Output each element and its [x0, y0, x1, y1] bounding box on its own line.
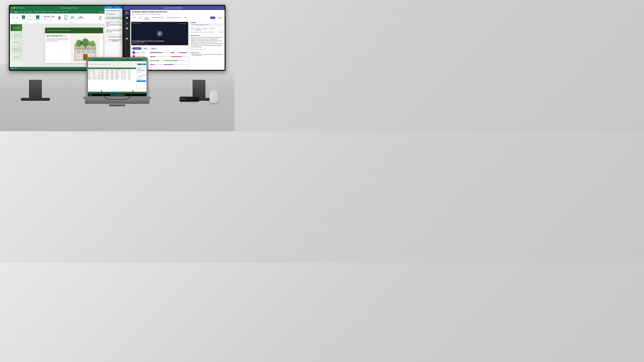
- undo-btn[interactable]: ↩: [12, 14, 15, 22]
- tab-whiteboard[interactable]: Meeting Whiteboard: [151, 16, 164, 19]
- menu-transitions[interactable]: Transitions: [33, 11, 40, 12]
- excel-menu-draw[interactable]: Draw: [94, 64, 96, 65]
- shape-fill-btn[interactable]: Shape Fill: [69, 14, 76, 22]
- topics-tab[interactable]: Topics: [142, 47, 148, 50]
- ppt-maximize-btn[interactable]: [16, 7, 18, 9]
- excel-menu-home[interactable]: Home: [90, 64, 92, 65]
- new-slide-btn[interactable]: + New Slide: [34, 14, 41, 22]
- paste-btn[interactable]: P Paste: [21, 14, 26, 22]
- arrange-btn[interactable]: Arrange: [63, 14, 69, 22]
- video-play-btn[interactable]: ▶: [157, 31, 162, 36]
- excel-window-btn-1[interactable]: [143, 59, 144, 60]
- sidebar-icon-chat[interactable]: 💬: [125, 16, 129, 20]
- excel-menu-insert[interactable]: Insert: [92, 64, 94, 65]
- speakers-tab[interactable]: 🎙 Speakers: [132, 47, 142, 50]
- excel-menu-data[interactable]: Data: [103, 64, 105, 65]
- apply-style-btn[interactable]: Apply a modern style to the presentation: [105, 39, 125, 42]
- shape-outline-btn[interactable]: Shape Outline: [76, 14, 85, 22]
- dock-port-3[interactable]: [184, 98, 186, 100]
- excel-share-btn[interactable]: Share: [142, 63, 146, 65]
- menu-design[interactable]: Design: [28, 11, 32, 12]
- mentions-tab[interactable]: Mentions: [202, 27, 208, 30]
- table-row[interactable]: IndonesiaJawa TimurMorganHealthcare8/1/2…: [88, 79, 136, 80]
- copy-all-btn[interactable]: Copy all: [220, 31, 223, 33]
- slide-thumb-4[interactable]: 4 Interior Furniture: [10, 46, 22, 53]
- tab-chat[interactable]: Chat: [132, 16, 136, 19]
- close-btn[interactable]: Close: [217, 16, 223, 19]
- teams-video-player[interactable]: Microsoft Teams ▶ Sustainable Upgrade: R…: [131, 22, 188, 45]
- tab-add[interactable]: +: [189, 16, 192, 19]
- excel-menu-review[interactable]: Review: [105, 64, 107, 65]
- excel-copilot-btn[interactable]: ✦ Copilot: [138, 63, 142, 65]
- dock-port-1[interactable]: [181, 98, 182, 100]
- ppt-minimize-btn[interactable]: [14, 7, 15, 9]
- italic-btn[interactable]: I: [46, 18, 49, 20]
- menu-help[interactable]: Help: [66, 11, 68, 12]
- notes-tab[interactable]: Notes: [190, 27, 195, 30]
- slide-thumb-1[interactable]: 1 Rooftop Garden & Community Space: [10, 24, 22, 31]
- font-family-select[interactable]: Aptos: [43, 15, 50, 18]
- cut-btn[interactable]: ✂ Cut: [26, 14, 32, 18]
- join-btn[interactable]: Join: [210, 16, 215, 19]
- dictate-btn[interactable]: 🎤 Dictate: [98, 14, 103, 22]
- microsoft-mouse[interactable]: ⊞: [210, 90, 218, 103]
- menu-slideshow[interactable]: Slide Show: [48, 11, 55, 12]
- slides-panel[interactable]: 1 Rooftop Garden & Community Space 2 Con…: [10, 24, 23, 67]
- teams-search-input[interactable]: [163, 7, 182, 9]
- thumbs-down-icon[interactable]: 👎: [204, 49, 206, 50]
- tab-recordings[interactable]: Recordings & Transcripts: [166, 16, 182, 19]
- slide-thumb-2[interactable]: 2 Concept 01: [10, 31, 22, 38]
- mouse-scroll-wheel[interactable]: [213, 91, 214, 93]
- sidebar-icon-files[interactable]: 📁: [125, 37, 129, 40]
- sidebar-icon-calls[interactable]: 📞: [125, 31, 129, 35]
- copy-btn[interactable]: ⧉ Copy: [26, 18, 32, 21]
- excel-spreadsheet[interactable]: Country Region Rep Market Order Date Shi…: [88, 67, 136, 92]
- taskbar-start[interactable]: ⊞: [88, 94, 90, 96]
- ppt-close-btn[interactable]: [11, 7, 13, 9]
- laptop-trackpad[interactable]: [109, 104, 125, 106]
- menu-home[interactable]: Home: [14, 11, 18, 12]
- taskbar-search[interactable]: 🔍: [90, 94, 92, 96]
- bold-btn[interactable]: B: [43, 18, 46, 20]
- excel-menu-file[interactable]: File: [88, 64, 90, 65]
- tab-recap[interactable]: Recap: [144, 16, 150, 19]
- menu-insert[interactable]: Insert: [19, 11, 22, 12]
- thumbs-up-icon[interactable]: 👍: [202, 49, 204, 50]
- add-animations-btn[interactable]: Add animations to this slide: [105, 35, 125, 38]
- redo-btn[interactable]: ↪: [15, 14, 19, 22]
- slide-thumb-3[interactable]: 3 Rooftop Garden: [10, 39, 22, 45]
- slide-thumb-5[interactable]: 5 Solar Power: [10, 53, 22, 60]
- transcript-tab[interactable]: Transcript: [208, 27, 216, 30]
- excel-menu-help[interactable]: Help: [109, 64, 110, 65]
- excel-minimize-btn[interactable]: [90, 59, 91, 60]
- dock-port-2[interactable]: [182, 98, 184, 100]
- excel-window-btn-2[interactable]: [144, 59, 145, 60]
- sidebar-icon-teams2[interactable]: 👥: [125, 21, 129, 25]
- chapters-tab[interactable]: Chapters: [150, 47, 157, 50]
- menu-file[interactable]: File: [11, 11, 13, 12]
- excel-menu-page[interactable]: Page Layout: [96, 64, 100, 65]
- menu-animations[interactable]: Animations: [41, 11, 47, 12]
- open-in-stream-link[interactable]: 🔗 Open in Stream: [151, 13, 161, 15]
- shapes-btn[interactable]: Shapes: [57, 14, 62, 22]
- ai-notes-tab[interactable]: AI Notes: [195, 27, 202, 30]
- tab-qa[interactable]: Q&A: [183, 16, 188, 19]
- excel-maximize-btn[interactable]: [92, 59, 93, 60]
- menu-review[interactable]: Review: [56, 11, 60, 12]
- sidebar-icon-teams[interactable]: T: [125, 11, 129, 15]
- font-size-select[interactable]: 11: [50, 15, 54, 18]
- sidebar-icon-calendar[interactable]: 📅: [125, 26, 129, 30]
- menu-draw[interactable]: Draw: [24, 11, 26, 12]
- menu-view[interactable]: View: [62, 11, 64, 12]
- excel-menu-view[interactable]: View: [108, 64, 109, 65]
- excel-copilot-action-btn[interactable]: Submit: [137, 80, 146, 82]
- excel-close-btn[interactable]: [88, 59, 90, 60]
- underline-btn[interactable]: U: [49, 18, 52, 20]
- teams-window-controls[interactable]: — □ ✕: [220, 7, 223, 9]
- excel-menu-formulas[interactable]: Formulas: [100, 64, 103, 65]
- concept-title: 🌿 Concept 01 Sketch: [46, 34, 70, 37]
- tab-files[interactable]: Files: [138, 16, 142, 19]
- excel-window-btn-3[interactable]: [145, 59, 146, 60]
- content-link[interactable]: P Sustainable Upgrade: Rooftop: [190, 23, 223, 26]
- teams-back-btn[interactable]: ‹ ›: [125, 7, 126, 9]
